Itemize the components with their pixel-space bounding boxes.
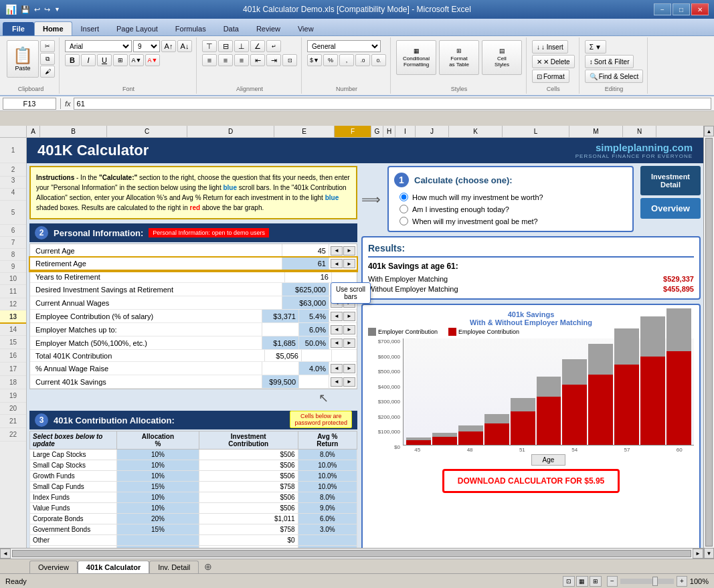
radio-input-3[interactable] <box>399 217 408 225</box>
value-employee-contrib-dollar[interactable]: $3,371 <box>262 310 298 322</box>
italic-button[interactable]: I <box>81 54 96 66</box>
left-arrow-employee-contrib[interactable]: ◄ <box>331 312 343 321</box>
increase-font-button[interactable]: A↑ <box>161 40 176 52</box>
increase-indent-button[interactable]: ⇥ <box>266 54 281 66</box>
contrib-avg-1[interactable]: 8.0% <box>298 450 357 460</box>
copy-button[interactable]: ⧉ <box>40 53 55 65</box>
contrib-alloc-5[interactable]: 10% <box>117 492 199 503</box>
align-left-button[interactable]: ≡ <box>202 54 217 66</box>
contrib-avg-2[interactable]: 10.0% <box>298 460 357 471</box>
align-bottom-button[interactable]: ⊥ <box>234 40 249 52</box>
left-arrow-employer-match[interactable]: ◄ <box>331 338 343 348</box>
align-center-button[interactable]: ≡ <box>218 54 233 66</box>
overview-button[interactable]: Overview <box>640 198 701 219</box>
value-employer-match-dollar[interactable]: $1,685 <box>262 336 298 349</box>
sheet-tab-inv-detail[interactable]: Inv. Detail <box>149 561 199 573</box>
download-button[interactable]: DOWNLOAD CALCULATOR FOR $5.95 <box>442 469 620 493</box>
contrib-avg-4[interactable]: 10.0% <box>298 482 357 492</box>
contrib-avg-3[interactable]: 10.0% <box>298 471 357 482</box>
contrib-avg-5[interactable]: 8.0% <box>298 492 357 503</box>
col-header-i[interactable]: I <box>395 126 416 137</box>
minimize-button[interactable]: − <box>654 3 671 15</box>
currency-button[interactable]: $▼ <box>307 54 322 66</box>
tab-home[interactable]: Home <box>34 21 72 35</box>
contrib-avg-6[interactable]: 9.0% <box>298 503 357 514</box>
format-button[interactable]: ⊡ Format <box>532 70 569 83</box>
contrib-alloc-4[interactable]: 15% <box>117 482 199 492</box>
col-header-e[interactable]: E <box>274 126 335 137</box>
contrib-alloc-1[interactable]: 10% <box>117 450 199 460</box>
value-annual-wages[interactable]: $63,000 <box>282 296 329 309</box>
underline-button[interactable]: U <box>97 54 112 66</box>
sheet-add-icon[interactable]: ⊕ <box>199 560 217 573</box>
contrib-alloc-7[interactable]: 20% <box>117 514 199 524</box>
sort-filter-button[interactable]: ↕ Sort & Filter <box>585 55 634 68</box>
zoom-out-button[interactable]: − <box>607 576 618 587</box>
quick-access-redo[interactable]: ↪ <box>44 5 50 14</box>
right-arrow-wage-raise[interactable]: ► <box>343 364 355 373</box>
align-right-button[interactable]: ≡ <box>234 54 249 66</box>
radio-option-1[interactable]: How much will my investment be worth? <box>399 193 627 201</box>
contrib-avg-8[interactable]: 3.0% <box>298 524 357 535</box>
scroll-down-button[interactable]: ▼ <box>704 548 714 559</box>
right-arrow-current-savings[interactable]: ► <box>343 377 355 387</box>
scroll-left-button[interactable]: ◄ <box>0 549 11 559</box>
zoom-thumb[interactable] <box>652 577 658 586</box>
insert-button[interactable]: ↓ ↓ Insert <box>532 40 568 54</box>
right-arrow-employer-match[interactable]: ► <box>343 338 355 348</box>
contrib-alloc-6[interactable]: 10% <box>117 503 199 514</box>
right-arrow-retirement-age[interactable]: ► <box>343 259 355 268</box>
col-header-f[interactable]: F <box>335 126 371 137</box>
contrib-alloc-8[interactable]: 15% <box>117 524 199 535</box>
value-current-savings[interactable]: $99,500 <box>262 375 298 388</box>
conditional-formatting-button[interactable]: ▦ ConditionalFormatting <box>396 40 436 75</box>
quick-access-undo[interactable]: ↩ <box>34 5 40 14</box>
radio-option-2[interactable]: Am I investing enough today? <box>399 205 627 213</box>
zoom-in-button[interactable]: + <box>677 576 687 587</box>
tab-formulas[interactable]: Formulas <box>167 21 215 35</box>
fill-color-button[interactable]: A▼ <box>129 54 144 66</box>
tab-view[interactable]: View <box>289 21 323 35</box>
align-top-button[interactable]: ⊤ <box>202 40 217 52</box>
orientation-button[interactable]: ∠ <box>250 40 265 52</box>
contrib-avg-9[interactable] <box>298 535 357 546</box>
decrease-indent-button[interactable]: ⇤ <box>250 54 265 66</box>
col-header-c[interactable]: C <box>107 126 187 137</box>
format-as-table-button[interactable]: ⊞ Formatas Table <box>439 40 479 75</box>
left-arrow-wage-raise[interactable]: ◄ <box>331 364 343 373</box>
right-arrow-current-age[interactable]: ► <box>343 246 355 256</box>
paste-button[interactable]: 📋 Paste <box>7 40 39 78</box>
col-header-g[interactable]: G <box>371 126 383 137</box>
tab-insert[interactable]: Insert <box>72 21 108 35</box>
formula-input[interactable]: 61 <box>74 98 711 110</box>
right-arrow-employee-contrib[interactable]: ► <box>343 312 355 321</box>
radio-input-2[interactable] <box>399 205 408 213</box>
sheet-tab-overview[interactable]: Overview <box>29 561 78 573</box>
number-format-select[interactable]: General <box>307 40 381 52</box>
left-arrow-retirement-age[interactable]: ◄ <box>331 259 343 268</box>
col-header-n[interactable]: N <box>623 126 656 137</box>
tab-file[interactable]: File <box>3 22 34 35</box>
bold-button[interactable]: B <box>65 54 80 66</box>
right-arrow-employer-matches[interactable]: ► <box>343 325 355 334</box>
zoom-slider[interactable] <box>620 579 674 584</box>
tab-page-layout[interactable]: Page Layout <box>108 21 167 35</box>
col-header-k[interactable]: K <box>449 126 503 137</box>
col-header-h[interactable]: H <box>383 126 395 137</box>
col-header-j[interactable]: J <box>416 126 449 137</box>
page-layout-view-button[interactable]: ▦ <box>576 576 588 587</box>
left-arrow-current-savings[interactable]: ◄ <box>331 377 343 387</box>
tab-data[interactable]: Data <box>215 21 248 35</box>
align-middle-button[interactable]: ⊟ <box>218 40 233 52</box>
radio-option-3[interactable]: When will my investment goal be met? <box>399 217 627 225</box>
percent-button[interactable]: % <box>323 54 338 66</box>
cut-button[interactable]: ✂ <box>40 40 55 52</box>
scroll-thumb[interactable] <box>705 138 713 547</box>
borders-button[interactable]: ⊞ <box>113 54 128 66</box>
contrib-alloc-9[interactable] <box>117 535 199 546</box>
maximize-button[interactable]: □ <box>673 3 690 15</box>
wrap-text-button[interactable]: ↵ <box>266 40 281 52</box>
value-wage-raise-pct[interactable]: 4.0% <box>298 362 329 375</box>
col-header-l[interactable]: L <box>503 126 569 137</box>
left-arrow-employer-matches[interactable]: ◄ <box>331 325 343 334</box>
